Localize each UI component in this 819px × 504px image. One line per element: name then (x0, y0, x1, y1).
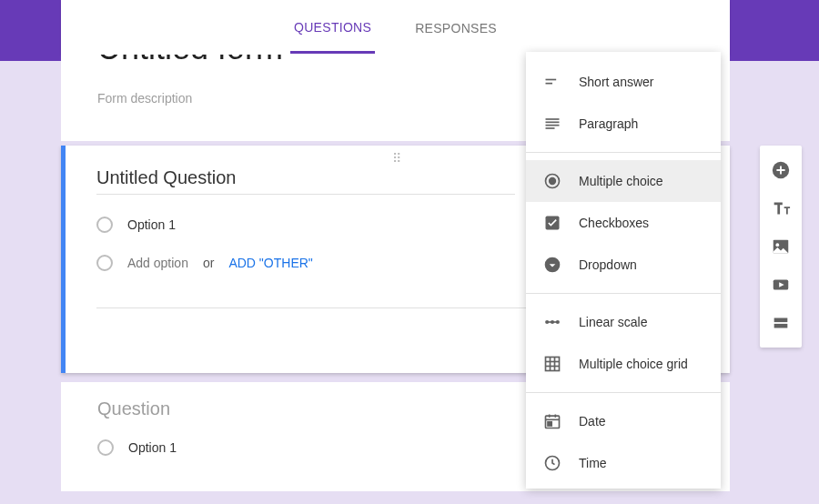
question-title-input[interactable]: Untitled Question (96, 167, 515, 195)
add-image-button[interactable] (771, 237, 791, 257)
menu-label: Multiple choice (579, 174, 663, 188)
tab-questions[interactable]: QUESTIONS (290, 2, 375, 54)
menu-short-answer[interactable]: Short answer (526, 61, 721, 103)
svg-rect-1 (546, 79, 557, 81)
menu-label: Paragraph (579, 116, 638, 131)
svg-rect-30 (774, 318, 788, 323)
menu-separator (526, 293, 721, 294)
add-option-button[interactable]: Add option (127, 256, 188, 270)
section-icon (771, 313, 791, 333)
grid-icon (542, 354, 562, 374)
svg-rect-4 (546, 122, 560, 124)
menu-separator (526, 392, 721, 393)
svg-rect-24 (548, 422, 551, 426)
radio-checked-icon (542, 171, 562, 191)
radio-icon (96, 217, 113, 233)
svg-rect-14 (547, 321, 558, 323)
editor-side-toolbar (760, 146, 802, 348)
menu-date[interactable]: Date (526, 400, 721, 442)
menu-multiple-choice[interactable]: Multiple choice (526, 160, 721, 202)
menu-dropdown[interactable]: Dropdown (526, 244, 721, 286)
short-answer-icon (542, 72, 562, 92)
svg-rect-3 (546, 118, 560, 120)
paragraph-icon (542, 114, 562, 134)
menu-paragraph[interactable]: Paragraph (526, 103, 721, 145)
add-section-button[interactable] (771, 313, 791, 333)
tab-responses[interactable]: RESPONSES (411, 3, 500, 52)
add-question-button[interactable] (771, 160, 791, 180)
svg-rect-5 (546, 125, 560, 126)
svg-rect-6 (546, 127, 555, 129)
menu-time[interactable]: Time (526, 442, 721, 484)
radio-icon (97, 439, 114, 456)
menu-linear-scale[interactable]: Linear scale (526, 301, 721, 343)
add-video-button[interactable] (771, 275, 791, 295)
svg-rect-2 (546, 83, 553, 85)
or-label: or (203, 256, 214, 270)
svg-rect-15 (546, 358, 560, 371)
menu-label: Date (579, 414, 606, 428)
menu-label: Multiple choice grid (579, 357, 688, 371)
svg-point-28 (776, 243, 780, 247)
menu-label: Dropdown (579, 257, 637, 272)
calendar-icon (542, 411, 562, 431)
dropdown-icon (542, 255, 562, 275)
drag-handle-icon[interactable]: ⠿ (392, 151, 403, 166)
menu-label: Linear scale (579, 315, 648, 329)
add-title-button[interactable] (771, 198, 791, 218)
option-text-1[interactable]: Option 1 (127, 217, 176, 232)
video-icon (771, 275, 791, 295)
plus-circle-icon (771, 160, 791, 180)
question-type-menu: Short answer Paragraph Multiple choice C… (526, 52, 721, 489)
menu-mc-grid[interactable]: Multiple choice grid (526, 343, 721, 385)
menu-checkboxes[interactable]: Checkboxes (526, 202, 721, 244)
svg-rect-31 (774, 324, 788, 328)
clock-icon (542, 453, 562, 473)
question2-option-text: Option 1 (128, 440, 177, 455)
form-tabs: QUESTIONS RESPONSES (61, 0, 730, 55)
menu-label: Time (579, 456, 607, 470)
linear-scale-icon (542, 312, 562, 332)
image-icon (771, 237, 791, 257)
checkbox-icon (542, 213, 562, 233)
svg-point-8 (550, 178, 556, 185)
add-other-button[interactable]: ADD "OTHER" (228, 256, 312, 270)
menu-separator (526, 152, 721, 153)
menu-label: Checkboxes (579, 216, 649, 230)
menu-label: Short answer (579, 75, 653, 89)
text-icon (771, 198, 791, 218)
radio-icon (96, 255, 113, 271)
